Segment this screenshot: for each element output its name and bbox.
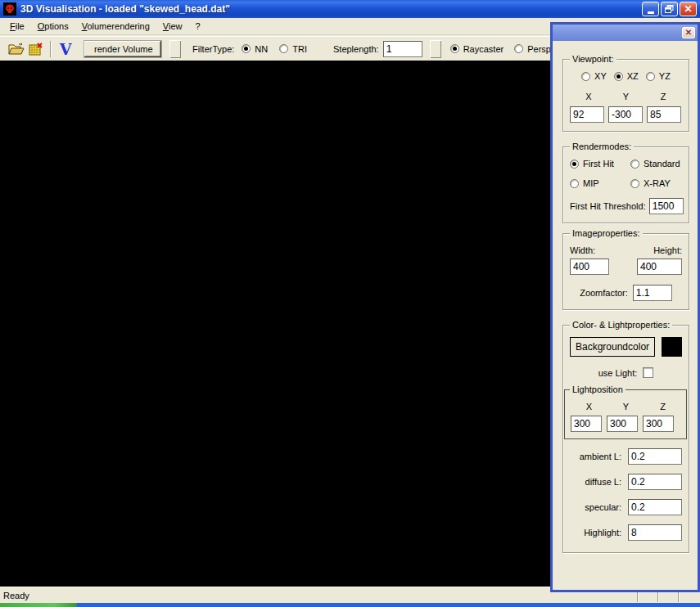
specular-row: specular: [570,499,682,515]
yz-label: YZ [659,71,671,81]
diffuse-input[interactable] [628,474,682,490]
filter-radio-tri[interactable]: TRI [279,44,307,54]
skull-icon [4,3,16,15]
colorlight-group: Color- & Lightproperties: Backgroundcolo… [562,325,689,553]
radio-icon [630,179,639,188]
axis-y-label: Y [623,92,629,101]
minimize-button[interactable] [642,2,659,16]
rendermode-radio-mip[interactable]: MIP [570,178,630,188]
close-file-button[interactable] [26,40,46,58]
lightposition-inputs [571,416,681,432]
close-button[interactable]: ✕ [680,2,697,16]
lightposition-y-input[interactable] [607,416,638,432]
axis-x-label: X [586,402,592,411]
threshold-row: First Hit Threshold: [570,198,682,214]
close-icon: ✕ [684,3,692,15]
lightposition-title: Lightposition [570,384,625,394]
restore-icon [665,5,674,13]
radio-icon [279,44,288,53]
menu-volumerendering[interactable]: Volumerendering [75,20,156,33]
highlight-row: Highlight: [570,524,682,541]
viewpoint-y-input[interactable] [608,106,643,123]
settings-panel: ✕ Viewpoint: XY XZ YZ X [550,22,700,592]
app-icon [3,2,16,16]
use-light-row: use Light: [570,367,682,378]
rendermode-radio-xray[interactable]: X-RAY [630,178,682,188]
panel-close-button[interactable]: ✕ [682,27,695,38]
open-folder-icon [8,43,25,56]
highlight-input[interactable] [628,524,682,541]
lightposition-z-input[interactable] [643,416,674,432]
xz-label: XZ [627,71,639,81]
rendermode-radio-standard[interactable]: Standard [630,159,682,169]
use-light-label: use Light: [598,368,638,378]
backgroundcolor-swatch[interactable] [662,337,682,357]
viewpoint-z-input[interactable] [647,106,681,123]
filter-type-label: FilterType: [192,44,234,54]
viewpoint-group: Viewpoint: XY XZ YZ X Y Z [562,59,689,132]
width-label: Width: [570,245,595,255]
projection-radio-raycaster[interactable]: Raycaster [450,44,504,54]
steplength-label: Steplength: [333,44,379,54]
menu-view[interactable]: View [156,20,189,33]
ambient-label: ambient L: [580,452,621,461]
window-controls: ✕ [642,2,697,16]
restore-button[interactable] [661,2,678,16]
open-file-button[interactable] [7,40,26,58]
menu-options[interactable]: Options [31,20,75,33]
app-logo-button[interactable]: V [56,40,75,58]
raycaster-label: Raycaster [463,44,504,54]
viewpoint-radios: XY XZ YZ [570,71,682,81]
ambient-input[interactable] [628,448,682,465]
steplength-input[interactable] [383,41,422,57]
backgroundcolor-row: Backgroundcolor [570,337,682,357]
mip-label: MIP [583,178,599,188]
zoomfactor-input[interactable] [633,285,672,301]
filter-nn-label: NN [255,44,268,54]
width-input[interactable] [570,259,609,275]
viewpoint-radio-xz[interactable]: XZ [614,71,639,81]
toolbar-separator [50,41,52,57]
menu-file[interactable]: File [3,20,31,33]
minimize-icon [648,11,654,14]
size-inputs [570,259,682,275]
start-button[interactable] [0,603,77,607]
panel-titlebar: ✕ [553,25,698,41]
firsthit-label: First Hit [583,159,614,169]
render-volume-button[interactable]: render Volume [84,40,162,58]
rendermode-radio-firsthit[interactable]: First Hit [570,159,630,169]
filter-tri-label: TRI [292,44,307,54]
menu-help[interactable]: ? [189,20,207,33]
xy-label: XY [594,71,607,81]
radio-icon [570,160,579,169]
panel-body: Viewpoint: XY XZ YZ X Y Z [553,41,698,553]
specular-input[interactable] [628,499,682,515]
radio-icon [242,44,251,53]
xray-label: X-RAY [644,178,671,188]
zoomfactor-row: Zoomfactor: [570,285,682,301]
titlebar: 3D Visualisation - loaded "skewed_head.d… [0,0,700,18]
backgroundcolor-button[interactable]: Backgroundcolor [570,337,655,357]
threshold-input[interactable] [649,198,684,214]
viewpoint-radio-xy[interactable]: XY [581,71,607,81]
radio-icon [581,72,590,81]
rendermodes-group: Rendermodes: First Hit Standard MIP X-RA… [562,146,689,223]
use-light-checkbox[interactable] [643,367,653,378]
close-file-icon [29,43,43,56]
radio-icon [630,160,639,169]
specular-label: specular: [585,502,621,512]
filter-radio-nn[interactable]: NN [242,44,268,54]
lightposition-x-input[interactable] [571,416,602,432]
viewpoint-radio-yz[interactable]: YZ [646,71,671,81]
close-icon: ✕ [685,29,692,37]
height-input[interactable] [637,259,682,275]
status-text: Ready [3,591,29,600]
viewpoint-inputs [570,106,682,123]
standard-label: Standard [644,159,680,169]
axis-y-label: Y [623,402,629,411]
colorlight-title: Color- & Lightproperties: [570,320,672,330]
threshold-label: First Hit Threshold: [570,201,646,211]
zoomfactor-label: Zoomfactor: [580,288,628,298]
viewpoint-x-input[interactable] [570,106,604,123]
window-title: 3D Visualisation - loaded "skewed_head.d… [20,3,639,15]
